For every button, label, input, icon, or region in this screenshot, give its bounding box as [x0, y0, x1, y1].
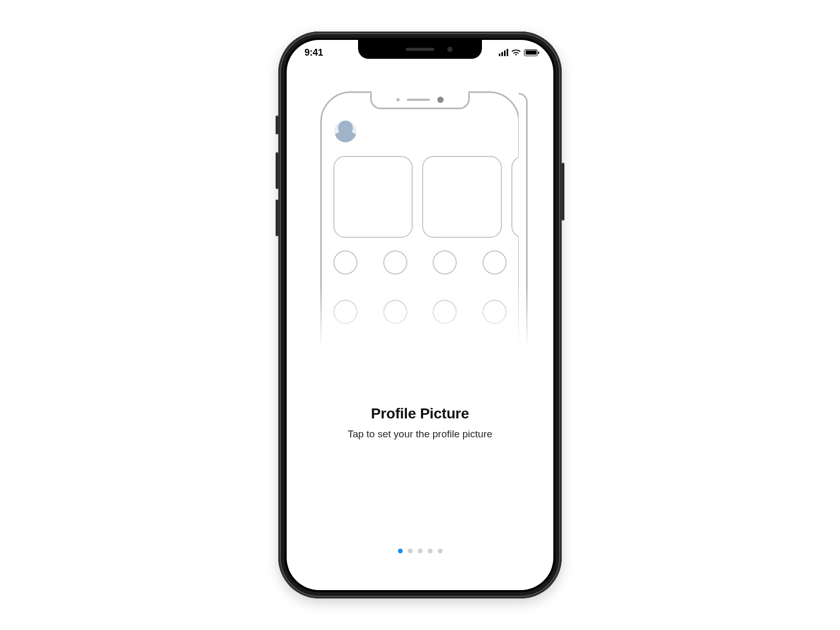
- battery-icon: [524, 49, 538, 56]
- cellular-signal-icon: [499, 49, 508, 56]
- onboarding-page[interactable]: Profile Picture Tap to set your the prof…: [287, 40, 553, 590]
- wifi-icon: [511, 49, 521, 56]
- illustration-dot-icon: [433, 300, 457, 324]
- illustration-dot-row: [333, 250, 507, 275]
- status-indicators: [499, 49, 538, 56]
- page-indicator[interactable]: [287, 549, 553, 553]
- front-camera-icon: [447, 47, 453, 52]
- page-dot[interactable]: [438, 549, 443, 553]
- illustration-tiles: [333, 156, 526, 238]
- volume-up-button-icon: [276, 152, 278, 189]
- volume-down-button-icon: [276, 200, 278, 236]
- onboarding-caption: Profile Picture Tap to set your the prof…: [287, 359, 553, 441]
- illustration-tile-icon: [422, 156, 501, 238]
- power-button-icon: [562, 163, 564, 220]
- onboarding-title: Profile Picture: [306, 405, 534, 422]
- page-dot[interactable]: [428, 549, 433, 553]
- screen[interactable]: 9:41: [287, 40, 553, 590]
- profile-avatar-icon: [334, 120, 356, 142]
- illustration-dot-icon: [482, 300, 507, 324]
- hardware-notch: [358, 40, 482, 59]
- page-dot[interactable]: [418, 549, 423, 553]
- illustration-dot-icon: [383, 250, 407, 275]
- page-dot[interactable]: [398, 549, 403, 553]
- status-time: 9:41: [304, 47, 323, 58]
- illustration-dot-icon: [333, 250, 358, 275]
- illustration-tile-icon: [333, 156, 413, 238]
- illustration-dot-row: [333, 300, 507, 324]
- speaker-icon: [406, 48, 434, 51]
- device-frame: 9:41: [278, 32, 562, 598]
- illustration-tile-icon: [511, 156, 526, 238]
- illustration-phone-icon: [320, 91, 520, 359]
- stage: 9:41: [0, 0, 840, 630]
- illustration-dot-icon: [383, 300, 407, 324]
- illustration-dot-icon: [482, 250, 507, 275]
- page-dot[interactable]: [408, 549, 413, 553]
- illustration-dot-icon: [333, 300, 358, 324]
- device-bezel: 9:41: [285, 38, 555, 592]
- illustration-notch-icon: [370, 91, 470, 109]
- onboarding-subtitle: Tap to set your the profile picture: [306, 427, 534, 441]
- mute-switch-icon: [276, 116, 278, 134]
- illustration-dot-icon: [433, 250, 457, 275]
- illustration: [287, 65, 553, 359]
